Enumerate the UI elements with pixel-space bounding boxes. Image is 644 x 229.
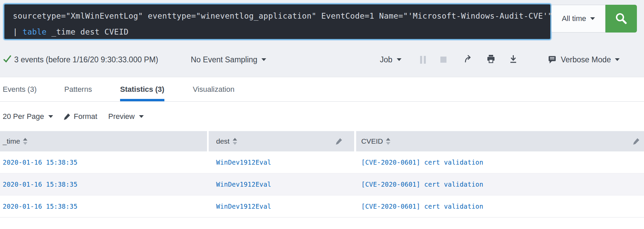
search-query-input[interactable]: sourcetype="XmlWinEventLog" eventtype="w… — [3, 3, 551, 40]
cell-time[interactable]: 2020-01-16 15:38:35 — [0, 173, 207, 195]
format-pencil-icon — [63, 113, 71, 121]
cell-dest-value[interactable]: WinDev1912Eval — [216, 181, 271, 188]
statistics-table: _time dest CVEID — [0, 131, 644, 217]
search-icon — [615, 12, 628, 25]
cell-dest[interactable]: WinDev1912Eval — [209, 195, 354, 217]
tab-visualization[interactable]: Visualization — [193, 77, 234, 101]
chevron-down-icon — [261, 58, 266, 61]
query-pipe: | — [13, 27, 23, 36]
table-row: 2020-01-16 15:38:35 WinDev1912Eval [CVE-… — [0, 151, 644, 173]
chevron-down-icon — [397, 58, 401, 61]
tab-events-label: Events (3) — [3, 85, 37, 94]
cell-time-value[interactable]: 2020-01-16 15:38:35 — [3, 181, 77, 188]
sort-icon — [386, 138, 390, 145]
per-page-dropdown[interactable]: 20 Per Page — [3, 112, 53, 121]
splunk-search-page: sourcetype="XmlWinEventLog" eventtype="w… — [0, 0, 644, 229]
job-menu-label: Job — [380, 55, 392, 64]
cell-dest-value[interactable]: WinDev1912Eval — [216, 203, 271, 210]
tab-patterns-label: Patterns — [64, 85, 92, 94]
query-line-1: sourcetype="XmlWinEventLog" eventtype="w… — [13, 8, 550, 24]
stop-icon — [440, 57, 446, 63]
column-header-cveid[interactable]: CVEID — [356, 131, 644, 151]
results-tabs: Events (3) Patterns Statistics (3) Visua… — [0, 77, 644, 102]
cell-cveid[interactable]: [CVE-2020-0601] cert validation — [356, 173, 644, 195]
tab-statistics[interactable]: Statistics (3) — [120, 77, 164, 101]
search-mode-selector[interactable]: Verbose Mode — [548, 54, 620, 65]
cell-cveid[interactable]: [CVE-2020-0601] cert validation — [356, 151, 644, 173]
chevron-down-icon — [615, 58, 620, 61]
time-range-picker[interactable]: All time — [551, 5, 605, 33]
query-keyword-table: table — [23, 27, 47, 36]
stop-job-button[interactable] — [440, 57, 446, 63]
export-button[interactable] — [509, 55, 518, 64]
time-range-label: All time — [562, 14, 586, 23]
cell-cveid-value[interactable]: [CVE-2020-0601] cert validation — [361, 203, 483, 210]
table-row: 2020-01-16 15:38:35 WinDev1912Eval [CVE-… — [0, 173, 644, 195]
preview-label: Preview — [108, 112, 135, 121]
edit-column-pencil-icon[interactable] — [632, 138, 640, 145]
tab-statistics-label: Statistics (3) — [120, 85, 164, 94]
cell-time[interactable]: 2020-01-16 15:38:35 — [0, 195, 207, 217]
event-sampling-dropdown[interactable]: No Event Sampling — [191, 54, 266, 65]
cell-time[interactable]: 2020-01-16 15:38:35 — [0, 151, 207, 173]
column-header-dest[interactable]: dest — [209, 131, 354, 151]
tab-events[interactable]: Events (3) — [3, 77, 37, 101]
format-label: Format — [74, 112, 97, 121]
search-panel: sourcetype="XmlWinEventLog" eventtype="w… — [0, 0, 644, 77]
events-count-summary: 3 events (before 1/16/20 9:30:33.000 PM) — [14, 54, 158, 65]
verbose-mode-icon — [548, 56, 557, 64]
event-sampling-label: No Event Sampling — [191, 55, 257, 64]
column-header-dest-label: dest — [216, 137, 230, 145]
cell-cveid-value[interactable]: [CVE-2020-0601] cert validation — [361, 159, 483, 166]
query-text-1: sourcetype="XmlWinEventLog" eventtype="w… — [13, 12, 553, 20]
results-toolbar: 20 Per Page Format Preview — [0, 102, 644, 131]
chevron-down-icon — [48, 115, 53, 118]
table-row: 2020-01-16 15:38:35 WinDev1912Eval [CVE-… — [0, 195, 644, 217]
share-icon — [464, 55, 473, 64]
chevron-down-icon — [590, 17, 595, 20]
format-button[interactable]: Format — [63, 112, 97, 121]
column-header-time-label: _time — [3, 137, 20, 145]
per-page-label: 20 Per Page — [3, 112, 44, 121]
pause-job-button[interactable] — [420, 56, 426, 64]
cell-dest[interactable]: WinDev1912Eval — [209, 173, 354, 195]
column-header-cveid-label: CVEID — [361, 137, 383, 145]
cell-time-value[interactable]: 2020-01-16 15:38:35 — [3, 159, 77, 166]
table-header-row: _time dest CVEID — [0, 131, 644, 151]
query-line-2: | table _time dest CVEID — [13, 24, 550, 40]
pause-icon — [420, 56, 426, 64]
download-icon — [509, 55, 518, 64]
cell-cveid[interactable]: [CVE-2020-0601] cert validation — [356, 195, 644, 217]
job-menu[interactable]: Job — [380, 54, 401, 65]
query-text-2: _time dest CVEID — [47, 27, 129, 36]
tab-patterns[interactable]: Patterns — [64, 77, 92, 101]
share-job-button[interactable] — [464, 55, 473, 64]
cell-cveid-value[interactable]: [CVE-2020-0601] cert validation — [361, 181, 483, 188]
search-query-code: sourcetype="XmlWinEventLog" eventtype="w… — [4, 4, 550, 40]
edit-column-pencil-icon[interactable] — [335, 138, 343, 145]
cell-dest[interactable]: WinDev1912Eval — [209, 151, 354, 173]
sort-icon — [233, 138, 237, 145]
print-icon — [486, 55, 496, 64]
tab-visualization-label: Visualization — [193, 85, 234, 94]
column-header-time[interactable]: _time — [0, 131, 207, 151]
print-button[interactable] — [486, 55, 496, 64]
search-button[interactable] — [605, 5, 637, 33]
chevron-down-icon — [139, 115, 144, 118]
preview-dropdown[interactable]: Preview — [108, 112, 144, 121]
search-mode-label: Verbose Mode — [561, 55, 611, 64]
cell-time-value[interactable]: 2020-01-16 15:38:35 — [3, 203, 77, 210]
cell-dest-value[interactable]: WinDev1912Eval — [216, 159, 271, 166]
job-success-check-icon — [3, 54, 12, 63]
sort-icon — [23, 138, 27, 145]
